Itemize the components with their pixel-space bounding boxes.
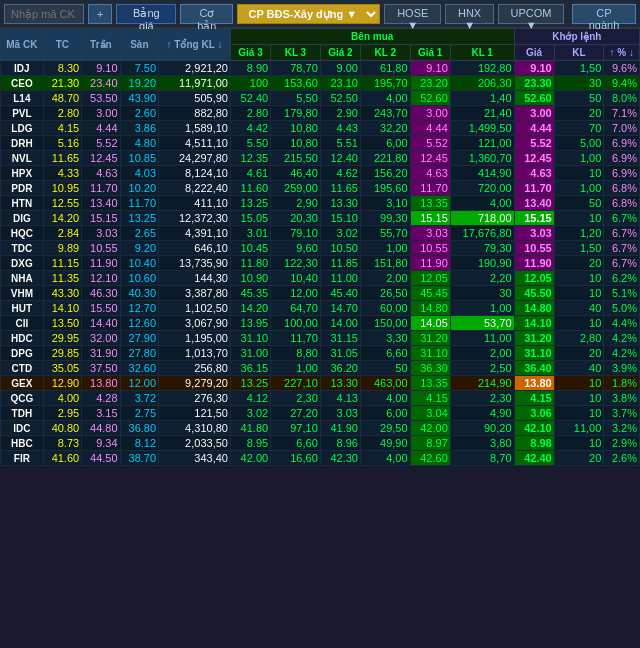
nganh-button[interactable]: CP ngành (572, 4, 636, 24)
cell-match-gia: 14.80 (514, 301, 554, 316)
cell-gia1: 14.80 (410, 301, 450, 316)
table-row[interactable]: IDC 40.80 44.80 36.80 4,310,80 41.80 97,… (1, 421, 640, 436)
cell-total-kl: 256,80 (159, 361, 231, 376)
table-row[interactable]: HQC 2.84 3.03 2.65 4,391,10 3.01 79,10 3… (1, 226, 640, 241)
table-row[interactable]: TDC 9.89 10.55 9.20 646,10 10.45 9,60 10… (1, 241, 640, 256)
cell-gia1: 36.30 (410, 361, 450, 376)
table-row[interactable]: DIG 14.20 15.15 13.25 12,372,30 15.05 20… (1, 211, 640, 226)
cell-san: 2.65 (120, 226, 158, 241)
cell-tc: 11.65 (43, 151, 81, 166)
table-row[interactable]: QCG 4.00 4.28 3.72 276,30 4.12 2,30 4.13… (1, 391, 640, 406)
cell-gia2: 31.15 (320, 331, 360, 346)
table-row[interactable]: L14 48.70 53.50 43.90 505,90 52.40 5,50 … (1, 91, 640, 106)
cell-san: 10.20 (120, 181, 158, 196)
add-stock-button[interactable]: + (88, 4, 112, 24)
cell-match-pct: 6.9% (604, 136, 640, 151)
table-row[interactable]: HDC 29.95 32.00 27.90 1,195,00 31.10 11,… (1, 331, 640, 346)
table-row[interactable]: NVL 11.65 12.45 10.85 24,297,80 12.35 21… (1, 151, 640, 166)
cell-symbol: CEO (1, 76, 44, 91)
cell-gia3: 12.35 (230, 151, 270, 166)
co-ban-button[interactable]: Cơ bản (180, 4, 233, 24)
cell-symbol: HPX (1, 166, 44, 181)
cell-match-kl: 1,00 (554, 181, 604, 196)
cell-kl1: 214,90 (450, 376, 514, 391)
table-row[interactable]: HUT 14.10 15.50 12.70 1,102,50 14.20 64,… (1, 301, 640, 316)
hnx-button[interactable]: HNX ▼ (445, 4, 494, 24)
hose-button[interactable]: HOSE ▼ (384, 4, 441, 24)
bang-gia-button[interactable]: Bảng giá (116, 4, 176, 24)
cell-kl3: 1,00 (271, 361, 321, 376)
cell-kl2: 4,00 (360, 91, 410, 106)
cell-gia1: 23.20 (410, 76, 450, 91)
cell-kl3: 11,70 (271, 331, 321, 346)
table-row[interactable]: TDH 2.95 3.15 2.75 121,50 3.02 27,20 3.0… (1, 406, 640, 421)
table-row[interactable]: PVL 2.80 3.00 2.60 882,80 2.80 179,80 2.… (1, 106, 640, 121)
cell-kl1: 1,00 (450, 301, 514, 316)
table-row[interactable]: FIR 41.60 44.50 38.70 343,40 42.00 16,60… (1, 451, 640, 466)
table-row[interactable]: DPG 29.85 31.90 27.80 1,013,70 31.00 8,8… (1, 346, 640, 361)
cell-kl1: 720,00 (450, 181, 514, 196)
cell-match-kl: 1,50 (554, 61, 604, 76)
cell-match-pct: 3.9% (604, 361, 640, 376)
cell-kl1: 2,50 (450, 361, 514, 376)
cell-tc: 2.84 (43, 226, 81, 241)
cell-match-pct: 6.7% (604, 211, 640, 226)
cell-san: 11.70 (120, 196, 158, 211)
cell-match-pct: 3.7% (604, 406, 640, 421)
toolbar: + Bảng giá Cơ bản CP BĐS-Xây dựng ▼ HOSE… (0, 0, 640, 28)
cell-match-pct: 9.6% (604, 61, 640, 76)
table-row[interactable]: HBC 8.73 9.34 8.12 2,033,50 8.95 6,60 8.… (1, 436, 640, 451)
cell-match-pct: 2.6% (604, 451, 640, 466)
cell-tran: 13.40 (82, 196, 120, 211)
cell-kl3: 122,30 (271, 256, 321, 271)
table-row[interactable]: NHA 11.35 12.10 10.60 144,30 10.90 10,40… (1, 271, 640, 286)
cell-tran: 15.50 (82, 301, 120, 316)
table-row[interactable]: LDG 4.15 4.44 3.86 1,589,10 4.42 10,80 4… (1, 121, 640, 136)
table-row[interactable]: VHM 43.30 46.30 40.30 3,387,80 45.35 12,… (1, 286, 640, 301)
table-row[interactable]: DXG 11.15 11.90 10.40 13,735,90 11.80 12… (1, 256, 640, 271)
cell-gia2: 8.96 (320, 436, 360, 451)
cell-match-kl: 50 (554, 91, 604, 106)
cell-gia3: 4.61 (230, 166, 270, 181)
cell-symbol: DIG (1, 211, 44, 226)
cell-gia2: 15.10 (320, 211, 360, 226)
cell-symbol: IDJ (1, 61, 44, 76)
cell-gia2: 11.85 (320, 256, 360, 271)
stock-search-input[interactable] (4, 4, 84, 24)
cell-symbol: HUT (1, 301, 44, 316)
cell-san: 10.60 (120, 271, 158, 286)
table-row[interactable]: HPX 4.33 4.63 4.03 8,124,10 4.61 46,40 4… (1, 166, 640, 181)
cell-san: 7.50 (120, 61, 158, 76)
cell-match-kl: 20 (554, 451, 604, 466)
cell-tran: 9.10 (82, 61, 120, 76)
cell-tran: 10.55 (82, 241, 120, 256)
cell-tc: 4.33 (43, 166, 81, 181)
cell-match-pct: 6.9% (604, 166, 640, 181)
cell-match-gia: 14.10 (514, 316, 554, 331)
cell-gia2: 3.02 (320, 226, 360, 241)
cell-gia1: 8.97 (410, 436, 450, 451)
table-row[interactable]: IDJ 8.30 9.10 7.50 2,921,20 8.90 78,70 9… (1, 61, 640, 76)
cell-tran: 44.80 (82, 421, 120, 436)
cell-tc: 11.35 (43, 271, 81, 286)
cell-gia3: 15.05 (230, 211, 270, 226)
sector-select[interactable]: CP BĐS-Xây dựng ▼ (237, 4, 380, 24)
table-row[interactable]: DRH 5.16 5.52 4.80 4,511,10 5.50 10,80 5… (1, 136, 640, 151)
table-row[interactable]: CEO 21.30 23.40 19.20 11,971,00 100 153,… (1, 76, 640, 91)
table-row[interactable]: CTD 35.05 37.50 32.60 256,80 36.15 1,00 … (1, 361, 640, 376)
cell-symbol: VHM (1, 286, 44, 301)
table-row[interactable]: PDR 10.95 11.70 10.20 8,222,40 11.60 259… (1, 181, 640, 196)
table-row[interactable]: CII 13.50 14.40 12.60 3,067,90 13.95 100… (1, 316, 640, 331)
cell-kl2: 60,00 (360, 301, 410, 316)
cell-match-kl: 10 (554, 166, 604, 181)
table-row[interactable]: HTN 12.55 13.40 11.70 411,10 13.25 2,90 … (1, 196, 640, 211)
upcom-button[interactable]: UPCOM ▼ (498, 4, 564, 24)
cell-kl3: 78,70 (271, 61, 321, 76)
cell-tc: 2.80 (43, 106, 81, 121)
cell-tc: 29.85 (43, 346, 81, 361)
table-row[interactable]: GEX 12.90 13.80 12.00 9,279,20 13.25 227… (1, 376, 640, 391)
cell-total-kl: 11,971,00 (159, 76, 231, 91)
cell-gia1: 31.20 (410, 331, 450, 346)
cell-total-kl: 2,921,20 (159, 61, 231, 76)
cell-match-gia: 13.80 (514, 376, 554, 391)
